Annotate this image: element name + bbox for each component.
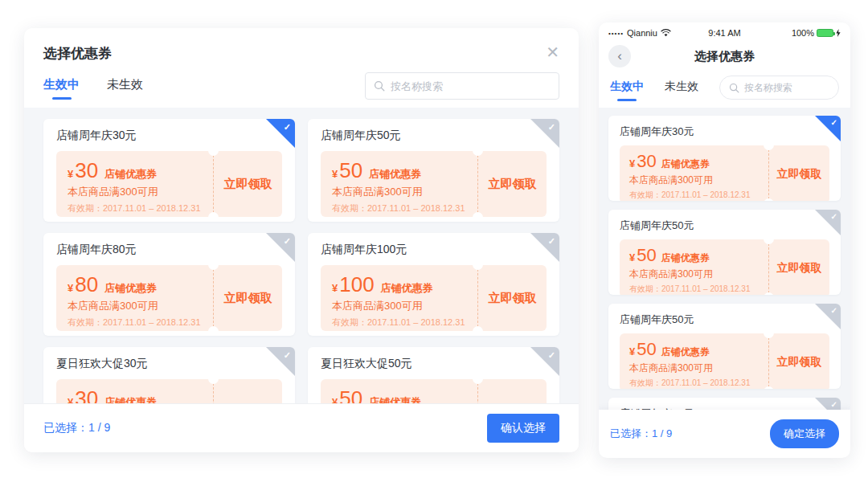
- mobile-search-input[interactable]: [744, 82, 829, 93]
- ticket-notch-top: [764, 234, 774, 244]
- claim-button[interactable]: 立即领取: [477, 265, 547, 331]
- ticket-notch-bottom: [764, 386, 774, 389]
- mobile-tab-bar: 生效中 未生效: [599, 72, 850, 108]
- coupon-ticket: ¥ 50 店铺优惠券 本店商品满300可用 有效期：2017.11.01 – 2…: [321, 379, 547, 403]
- coupon-info: ¥ 50 店铺优惠券 本店商品满300可用 有效期：2017.11.01 – 2…: [620, 239, 768, 295]
- coupon-amount: 50: [339, 160, 362, 181]
- ticket-notch-top: [764, 140, 774, 150]
- status-left: ••••• Qianniu: [608, 28, 708, 38]
- search-input[interactable]: [391, 80, 551, 92]
- coupon-ticket: ¥ 80 店铺优惠券 本店商品满300可用 有效期：2017.11.01 – 2…: [56, 265, 282, 331]
- mobile-footer: 已选择：1 / 9 确定选择: [599, 410, 850, 458]
- coupon-grid: 店铺周年庆30元 ✓ ¥ 30 店铺优惠券 本店商品满300可用 有效期：201…: [24, 108, 579, 403]
- coupon-type-label: 店铺优惠券: [661, 345, 710, 359]
- currency-symbol: ¥: [68, 396, 73, 403]
- coupon-validity: 有效期：2017.11.01 – 2018.12.31: [332, 202, 466, 214]
- coupon-condition: 本店商品满300可用: [629, 362, 759, 375]
- check-icon: ✓: [831, 118, 837, 127]
- ticket-notch-bottom: [473, 212, 483, 222]
- mobile-confirm-button[interactable]: 确定选择: [770, 419, 839, 448]
- coupon-card[interactable]: 店铺周年庆50元 ✓ ¥ 50 店铺优惠券 本店商品满300可用 有效期：201…: [308, 119, 559, 222]
- coupon-card[interactable]: 夏日狂欢大促50元 ✓ ¥ 50 店铺优惠券 本店商品满300可用 有效期：20…: [308, 347, 559, 403]
- confirm-button[interactable]: 确认选择: [487, 414, 559, 443]
- coupon-amount-row: ¥ 80 店铺优惠券: [68, 274, 202, 296]
- coupon-amount-row: ¥ 50 店铺优惠券: [332, 388, 466, 403]
- coupon-condition: 本店商品满300可用: [68, 299, 202, 313]
- coupon-validity: 有效期：2017.11.01 – 2018.12.31: [629, 284, 759, 295]
- claim-button[interactable]: 立即领取: [213, 379, 282, 403]
- check-icon: ✓: [548, 236, 555, 247]
- coupon-type-label: 店铺优惠券: [661, 157, 710, 171]
- mobile-tab-inactive-coupons[interactable]: 未生效: [665, 80, 698, 104]
- coupon-type-label: 店铺优惠券: [381, 281, 433, 296]
- coupon-card[interactable]: 店铺周年庆50元 ✓: [608, 398, 841, 410]
- charging-bolt-icon: [836, 29, 841, 37]
- search-icon: [374, 80, 385, 92]
- status-bar: ••••• Qianniu 9:41 AM 100%: [599, 22, 850, 39]
- coupon-modal: 选择优惠券 ✕ 生效中 未生效 店铺周年庆30元 ✓ ¥ 30 店: [24, 28, 579, 452]
- coupon-ticket: ¥ 30 店铺优惠券 本店商品满300可用 有效期：2017.11.01 – 2…: [56, 151, 282, 217]
- currency-symbol: ¥: [332, 168, 338, 180]
- close-icon[interactable]: ✕: [546, 44, 559, 60]
- claim-button[interactable]: 立即领取: [768, 145, 829, 201]
- coupon-ticket: ¥ 50 店铺优惠券 本店商品满300可用 有效期：2017.11.01 – 2…: [620, 239, 829, 295]
- coupon-validity: 有效期：2017.11.01 – 2018.12.31: [68, 202, 202, 214]
- claim-button[interactable]: 立即领取: [768, 239, 829, 295]
- tab-inactive-coupons[interactable]: 未生效: [107, 77, 143, 103]
- coupon-title: 店铺周年庆50元: [620, 313, 829, 327]
- ticket-notch-top: [208, 145, 219, 156]
- ticket-notch-top: [764, 328, 774, 338]
- coupon-type-label: 店铺优惠券: [104, 281, 157, 296]
- coupon-condition: 本店商品满300可用: [629, 174, 759, 187]
- coupon-condition: 本店商品满300可用: [629, 268, 759, 281]
- coupon-card[interactable]: 夏日狂欢大促30元 ✓ ¥ 30 店铺优惠券 本店商品满300可用 有效期：20…: [43, 347, 295, 403]
- claim-button[interactable]: 立即领取: [768, 333, 829, 389]
- claim-button[interactable]: 立即领取: [213, 151, 282, 217]
- ticket-notch-bottom: [473, 326, 483, 336]
- battery-icon: [817, 29, 833, 37]
- coupon-card[interactable]: 店铺周年庆50元 ✓ ¥ 50 店铺优惠券 本店商品满300可用 有效期：201…: [608, 210, 841, 295]
- coupon-amount: 100: [339, 274, 374, 295]
- coupon-info: ¥ 100 店铺优惠券 本店商品满300可用 有效期：2017.11.01 – …: [321, 265, 477, 331]
- coupon-type-label: 店铺优惠券: [104, 395, 157, 403]
- selected-count: 已选择：1 / 9: [43, 421, 110, 435]
- coupon-card[interactable]: 店铺周年庆30元 ✓ ¥ 30 店铺优惠券 本店商品满300可用 有效期：201…: [43, 119, 295, 222]
- coupon-amount-row: ¥ 50 店铺优惠券: [332, 160, 466, 182]
- coupon-card[interactable]: 店铺周年庆30元 ✓ ¥ 30 店铺优惠券 本店商品满300可用 有效期：201…: [608, 116, 841, 201]
- claim-button[interactable]: 立即领取: [477, 379, 547, 403]
- currency-symbol: ¥: [332, 396, 338, 403]
- mobile-page-title: 选择优惠券: [599, 49, 850, 64]
- chevron-left-icon: ‹: [617, 48, 622, 64]
- claim-button[interactable]: 立即领取: [477, 151, 547, 217]
- tab-active-coupons[interactable]: 生效中: [43, 77, 80, 103]
- ticket-notch-top: [208, 374, 219, 384]
- coupon-card[interactable]: 店铺周年庆50元 ✓ ¥ 50 店铺优惠券 本店商品满300可用 有效期：201…: [608, 304, 841, 389]
- coupon-condition: 本店商品满300可用: [332, 185, 466, 199]
- back-button[interactable]: ‹: [608, 45, 631, 67]
- clock-label: 9:41 AM: [708, 28, 740, 38]
- claim-button[interactable]: 立即领取: [213, 265, 282, 331]
- ticket-notch-top: [208, 259, 219, 270]
- coupon-title: 店铺周年庆80元: [56, 243, 282, 257]
- coupon-condition: 本店商品满300可用: [332, 299, 466, 313]
- check-icon: ✓: [831, 306, 837, 315]
- modal-title: 选择优惠券: [43, 44, 112, 63]
- coupon-title: 店铺周年庆50元: [620, 219, 829, 233]
- ticket-notch-bottom: [764, 198, 774, 201]
- coupon-title: 夏日狂欢大促50元: [321, 357, 547, 371]
- currency-symbol: ¥: [629, 157, 635, 170]
- mobile-tab-active-coupons[interactable]: 生效中: [610, 80, 644, 104]
- ticket-notch-bottom: [208, 212, 219, 222]
- coupon-condition: 本店商品满300可用: [68, 185, 202, 199]
- coupon-card[interactable]: 店铺周年庆80元 ✓ ¥ 80 店铺优惠券 本店商品满300可用 有效期：201…: [43, 233, 295, 336]
- check-icon: ✓: [284, 122, 291, 133]
- mobile-coupon-list: 店铺周年庆30元 ✓ ¥ 30 店铺优惠券 本店商品满300可用 有效期：201…: [599, 108, 850, 410]
- coupon-amount-row: ¥ 50 店铺优惠券: [629, 247, 759, 265]
- ticket-notch-bottom: [208, 326, 219, 336]
- ticket-notch-top: [473, 145, 483, 156]
- coupon-title: 店铺周年庆30元: [620, 125, 829, 139]
- coupon-info: ¥ 30 店铺优惠券 本店商品满300可用 有效期：2017.11.01 – 2…: [56, 151, 213, 217]
- coupon-card[interactable]: 店铺周年庆100元 ✓ ¥ 100 店铺优惠券 本店商品满300可用 有效期：2…: [308, 233, 559, 336]
- currency-symbol: ¥: [68, 282, 73, 294]
- tab-bar: 生效中 未生效: [24, 66, 579, 108]
